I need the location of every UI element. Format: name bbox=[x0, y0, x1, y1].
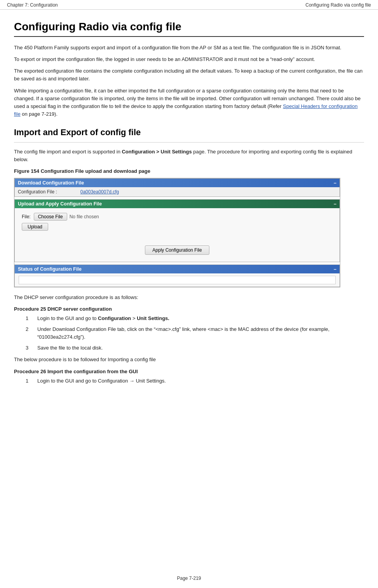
dhcp-intro: The DHCP server configuration procedure … bbox=[14, 294, 364, 301]
file-upload-row: File: Choose File No file chosen bbox=[19, 210, 336, 221]
choose-file-button[interactable]: Choose File bbox=[34, 213, 67, 221]
page-title: Configuring Radio via config file bbox=[14, 21, 364, 33]
ui-panels-wrapper: Download Configuration File – Configurat… bbox=[14, 178, 340, 287]
download-panel-header: Download Configuration File – bbox=[15, 179, 340, 187]
no-file-text: No file chosen bbox=[70, 214, 99, 219]
config-file-link[interactable]: 0a003ea0007d.cfg bbox=[80, 189, 119, 195]
import-intro: The below procedure is to be followed fo… bbox=[14, 356, 364, 364]
intro-para-2: To export or import the configuration fi… bbox=[14, 56, 364, 63]
chapter-label: Chapter 7: Configuration bbox=[7, 2, 58, 8]
page-footer: Page 7-219 bbox=[0, 576, 378, 581]
file-label: File: bbox=[22, 214, 31, 219]
step-25-3-text: Save the file to the local disk. bbox=[37, 345, 103, 351]
step-26-1: 1 Login to the GUI and go to Configurati… bbox=[37, 377, 364, 385]
step-25-2: 2 Under Download Configuration File tab,… bbox=[37, 325, 364, 341]
upload-button[interactable]: Upload bbox=[22, 223, 48, 231]
status-config-panel: Status of Configuration File – bbox=[14, 264, 340, 287]
page-number: Page 7-219 bbox=[177, 576, 201, 581]
section2-title: Import and Export of config file bbox=[14, 127, 364, 137]
upload-config-panel: Upload and Apply Configuration File – Fi… bbox=[14, 199, 340, 262]
apply-config-button[interactable]: Apply Configuration File bbox=[145, 245, 209, 255]
content-area: Configuring Radio via config file The 45… bbox=[0, 10, 378, 404]
upload-btn-row: Upload bbox=[19, 221, 336, 233]
step-26-1-text: Login to the GUI and go to Configuration… bbox=[37, 378, 166, 384]
config-file-row: Configuration File : 0a003ea0007d.cfg bbox=[15, 187, 340, 197]
section2-rule bbox=[14, 142, 364, 143]
section2-para: The config file import and export is sup… bbox=[14, 148, 364, 164]
step-25-1: 1 Login to the GUI and go to Configurati… bbox=[37, 315, 364, 322]
upload-panel-header: Upload and Apply Configuration File – bbox=[15, 200, 340, 208]
config-file-label: Configuration File : bbox=[18, 189, 57, 195]
status-inner-box bbox=[19, 276, 336, 284]
upload-minimize-icon[interactable]: – bbox=[334, 201, 336, 207]
step-25-2-text: Under Download Configuration File tab, c… bbox=[37, 326, 329, 340]
download-config-panel: Download Configuration File – Configurat… bbox=[14, 178, 340, 197]
procedure25-steps: 1 Login to the GUI and go to Configurati… bbox=[37, 315, 364, 352]
status-panel-body bbox=[15, 273, 340, 287]
status-minimize-icon[interactable]: – bbox=[334, 266, 336, 272]
upload-panel-body: File: Choose File No file chosen Upload … bbox=[15, 208, 340, 262]
procedure25-label: Procedure 25 DHCP server configuration bbox=[14, 305, 364, 313]
step-25-3: 3 Save the file to the local disk. bbox=[37, 344, 364, 352]
section-label: Configuring Radio via config file bbox=[305, 2, 371, 8]
apply-btn-area: Apply Configuration File bbox=[19, 233, 336, 259]
title-rule bbox=[14, 36, 364, 37]
procedure26-steps: 1 Login to the GUI and go to Configurati… bbox=[37, 377, 364, 385]
figure-label: Figure 154 Configuration File upload and… bbox=[14, 167, 364, 175]
intro-para-3: The exported configuration file contains… bbox=[14, 67, 364, 83]
download-minimize-icon[interactable]: – bbox=[334, 180, 336, 186]
intro-para-1: The 450 Platform Family supports export … bbox=[14, 44, 364, 52]
intro-para-4: While importing a configuration file, it… bbox=[14, 87, 364, 118]
procedure26-label: Procedure 26 Import the configuration fr… bbox=[14, 368, 364, 376]
page-header: Chapter 7: Configuration Configuring Rad… bbox=[0, 0, 378, 10]
status-panel-header: Status of Configuration File – bbox=[15, 265, 340, 273]
